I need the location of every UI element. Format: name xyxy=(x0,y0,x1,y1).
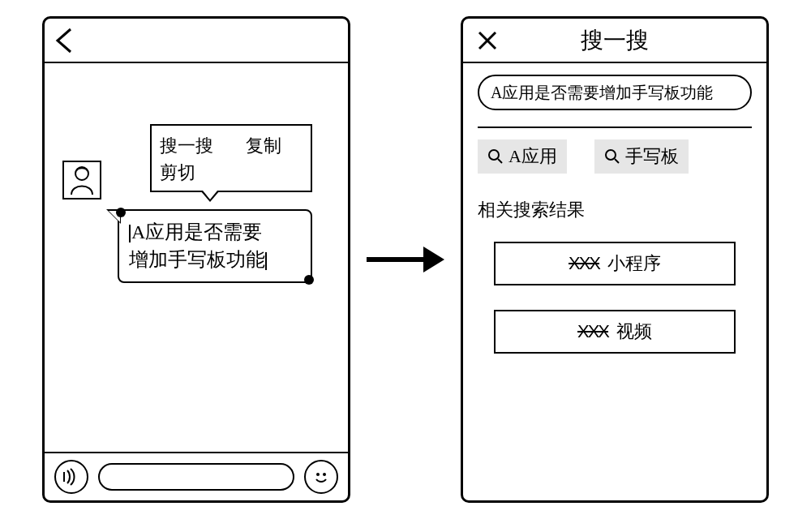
search-input[interactable]: A应用是否需要增加手写板功能 xyxy=(478,75,752,110)
text-cursor-icon xyxy=(129,225,131,242)
search-icon xyxy=(487,148,504,165)
menu-item-copy[interactable]: 复制 xyxy=(246,132,281,159)
page-title: 搜一搜 xyxy=(463,25,766,56)
result-mini-program[interactable]: XXX 小程序 xyxy=(494,242,736,285)
chat-screen: 搜一搜 复制 剪切 A应用是否需要 增加手写板功能 xyxy=(42,16,350,503)
chip-label: 手写板 xyxy=(625,144,679,169)
close-icon[interactable] xyxy=(471,29,504,52)
chat-body: 搜一搜 复制 剪切 A应用是否需要 增加手写板功能 xyxy=(45,63,348,452)
message-line1: A应用是否需要 xyxy=(131,221,262,242)
result-label: 视频 xyxy=(616,320,652,344)
menu-item-cut[interactable]: 剪切 xyxy=(160,162,195,182)
result-video[interactable]: XXX 视频 xyxy=(494,310,736,354)
chat-input-bar xyxy=(45,452,348,500)
message-input[interactable] xyxy=(98,463,294,491)
chat-header xyxy=(45,19,348,63)
selection-handle-end[interactable] xyxy=(304,275,314,285)
svg-point-7 xyxy=(606,150,616,160)
keyword-chips: A应用 手写板 xyxy=(478,139,752,174)
svg-point-5 xyxy=(489,150,499,160)
svg-point-2 xyxy=(323,473,326,476)
chat-message-bubble[interactable]: A应用是否需要 增加手写板功能 xyxy=(118,209,312,283)
menu-item-search[interactable]: 搜一搜 xyxy=(160,132,213,159)
placeholder-text: XXX xyxy=(569,253,599,274)
svg-line-6 xyxy=(498,159,502,163)
svg-line-8 xyxy=(615,159,619,163)
search-input-value: A应用是否需要增加手写板功能 xyxy=(491,82,713,104)
placeholder-text: XXX xyxy=(577,321,608,342)
back-icon[interactable] xyxy=(53,27,75,54)
chip-label: A应用 xyxy=(508,144,557,169)
svg-point-1 xyxy=(316,473,320,476)
selection-handle-start[interactable] xyxy=(116,208,126,217)
search-header: 搜一搜 xyxy=(463,19,766,63)
divider xyxy=(478,127,752,128)
emoji-icon[interactable] xyxy=(304,460,338,494)
search-screen: 搜一搜 A应用是否需要增加手写板功能 A应用 xyxy=(461,16,769,503)
text-selection-menu: 搜一搜 复制 剪切 xyxy=(150,124,312,192)
chip-handwrite[interactable]: 手写板 xyxy=(594,139,689,174)
menu-caret-icon xyxy=(200,191,220,202)
transition-arrow-icon xyxy=(367,247,444,272)
search-body: A应用是否需要增加手写板功能 A应用 手写板 xyxy=(463,63,766,500)
message-line2: 增加手写板功能 xyxy=(129,249,265,270)
voice-icon[interactable] xyxy=(54,460,88,494)
chip-app[interactable]: A应用 xyxy=(478,139,567,174)
result-label: 小程序 xyxy=(607,251,661,276)
results-heading: 相关搜索结果 xyxy=(478,198,752,222)
search-icon xyxy=(604,148,620,165)
text-cursor-icon xyxy=(265,252,267,270)
avatar[interactable] xyxy=(62,161,101,200)
